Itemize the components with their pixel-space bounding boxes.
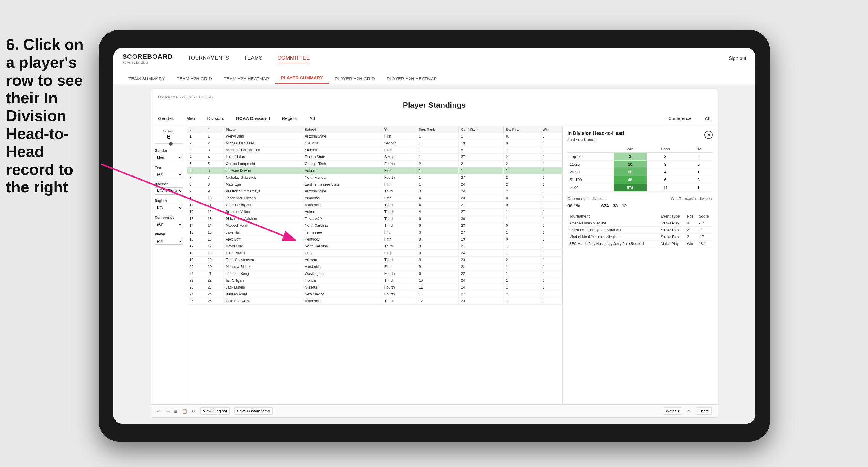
nav-tournaments[interactable]: TOURNAMENTS xyxy=(188,54,229,63)
dashboard-body: No Rds. 6 Gender Men xyxy=(151,126,718,404)
rounds-slider[interactable] xyxy=(155,143,183,145)
table-row[interactable]: 2323Jack LundinMissouriFourth112411 xyxy=(187,284,562,291)
tourney-col-name: Tournament xyxy=(567,213,659,220)
col-yr: Yr xyxy=(382,126,416,133)
share-button[interactable]: Share xyxy=(696,407,712,415)
player-table: # # Player School Yr Reg. Rank Conf. Ran… xyxy=(187,126,562,305)
wlt-row: 98.1% 674 - 33 - 12 xyxy=(567,203,713,208)
table-row[interactable]: 2020Matthew RiedelVanderbiltFifth92211 xyxy=(187,263,562,270)
h2h-table-row: 11-252095 xyxy=(567,160,713,168)
table-row[interactable]: 1111Gordon SargentVanderbiltThird42101 xyxy=(187,202,562,209)
filter-region: Region N/A xyxy=(155,199,183,211)
table-row[interactable]: 1212Brendan VallesAuburnThird42711 xyxy=(187,209,562,215)
conference-value: All xyxy=(705,116,710,121)
no-rds-value: 6 xyxy=(155,133,183,141)
gender-value: Men xyxy=(186,116,195,121)
table-row[interactable]: 2525Cole SherwoodVanderbiltThird122311 xyxy=(187,298,562,305)
table-row[interactable]: 2424Bastien AmatNew MexicoFourth12721 xyxy=(187,291,562,298)
logo-sub: Powered by clippi xyxy=(122,61,173,64)
table-row[interactable]: 1313Phichaksn MaichonTexas A&MThird63011 xyxy=(187,215,562,222)
division-filter-select[interactable]: NCAA Division I xyxy=(155,187,183,194)
table-row[interactable]: 2121Taehoon SongWashingtonFourth62211 xyxy=(187,270,562,277)
h2h-table-header: Win Loss Tie xyxy=(567,146,713,153)
refresh-icon[interactable]: ⟳ xyxy=(192,409,195,413)
table-row[interactable]: 33Michael ThorbjornsenStanfordFirst1811 xyxy=(187,147,562,154)
h2h-table: Win Loss Tie Top 1083211-25209526-502241… xyxy=(567,146,713,192)
sub-nav-player-h2h-heatmap[interactable]: PLAYER H2H HEATMAP xyxy=(381,74,443,84)
player-filter-select[interactable]: (All) xyxy=(155,238,183,245)
view-original-button[interactable]: View: Original xyxy=(200,407,229,415)
sub-nav-team-h2h-grid[interactable]: TEAM H2H GRID xyxy=(171,74,218,84)
sub-nav-team-h2h-heatmap[interactable]: TEAM H2H HEATMAP xyxy=(218,74,275,84)
player-filter-label: Player xyxy=(155,232,183,236)
sign-out-button[interactable]: Sign out xyxy=(728,56,746,61)
copy-icon[interactable]: ⊞ xyxy=(174,409,177,413)
filter-gender: Gender Men xyxy=(155,149,183,161)
year-filter-label: Year xyxy=(155,165,183,169)
conference-filter-select[interactable]: (All) xyxy=(155,221,183,228)
sub-nav-team-summary[interactable]: TEAM SUMMARY xyxy=(122,74,171,84)
h2h-title-area: In Division Head-to-Head Jackson Koivun xyxy=(567,131,624,142)
filter-row: Gender: Men Division: NCAA Division I Re… xyxy=(158,114,710,123)
year-filter-select[interactable]: (All) xyxy=(155,171,183,178)
conference-label: Conference: xyxy=(668,116,693,121)
gender-filter-select[interactable]: Men xyxy=(155,154,183,161)
tournaments-header-row: Tournament Event Type Pos Score xyxy=(567,213,713,220)
sub-nav-player-h2h-grid[interactable]: PLAYER H2H GRID xyxy=(329,74,381,84)
table-row[interactable]: 1515Jake HallTennesseeFifth62711 xyxy=(187,229,562,236)
tournament-row: Fallen Oak Collegiate InvitationalStroke… xyxy=(567,227,713,234)
table-row[interactable]: 99Preston SummerhaysArizona StateThird32… xyxy=(187,188,562,195)
table-row[interactable]: 88Mats EgeEast Tennessee StateFifth12421 xyxy=(187,181,562,188)
redo-icon[interactable]: ↪ xyxy=(165,409,169,413)
h2h-player-name: Jackson Koivun xyxy=(567,137,624,142)
h2h-panel: In Division Head-to-Head Jackson Koivun … xyxy=(562,126,718,404)
opponents-wlt-label: W-L-T record in-division: xyxy=(671,196,713,201)
table-row[interactable]: 77Nicholas GabrelickNorth FloridaFourth1… xyxy=(187,174,562,181)
undo-icon[interactable]: ↩ xyxy=(157,409,161,413)
opponents-pct: 98.1% xyxy=(567,203,580,208)
table-row[interactable]: 22Michael La SassoOle MissSecond11901 xyxy=(187,140,562,147)
table-row[interactable]: 2222Ian GilliganFloridaThird102411 xyxy=(187,277,562,284)
region-label: Region: xyxy=(282,116,298,121)
table-row[interactable]: 1919Tiger ChristensenArizonaThird82321 xyxy=(187,257,562,263)
table-row[interactable]: 11Wenyi DingArizona StateFirst118.1 xyxy=(187,133,562,140)
no-rds-label: No Rds. xyxy=(155,129,183,133)
tourney-col-type: Event Type xyxy=(659,213,685,220)
instruction-text: 6. Click on a player's row to see their … xyxy=(0,36,93,196)
main-content: Update time: 27/03/2024 16:56:26 Player … xyxy=(114,84,755,424)
filter-conference: Conference (All) xyxy=(155,215,183,228)
region-filter-select[interactable]: N/A xyxy=(155,204,183,211)
paste-icon[interactable]: 📋 xyxy=(182,409,187,413)
table-row[interactable]: 55Christo LamprechtGeorgia TechFourth221… xyxy=(187,160,562,167)
table-row[interactable]: 1616Alex GoffKentuckyFifth81901 xyxy=(187,236,562,243)
col-num: # xyxy=(205,126,223,133)
table-row[interactable]: 1717David FordNorth CarolinaThird82111 xyxy=(187,243,562,250)
table-row[interactable]: 1414Maxwell FordNorth CarolinaThird62301 xyxy=(187,222,562,229)
h2h-table-row: >100578111 xyxy=(567,184,713,192)
sub-nav-player-summary[interactable]: PLAYER SUMMARY xyxy=(275,73,329,84)
col-reg-rank: Reg. Rank xyxy=(416,126,459,133)
table-row[interactable]: 66Jackson KoivunAuburnFirst1111 xyxy=(187,167,562,174)
watch-button[interactable]: Watch ▾ xyxy=(663,407,682,415)
col-no-rds: No. Rds. xyxy=(503,126,540,133)
tablet-frame: SCOREBOARD Powered by clippi TOURNAMENTS… xyxy=(98,30,770,442)
col-school: School xyxy=(302,126,382,133)
settings-icon[interactable]: ⚙ xyxy=(687,409,691,413)
h2h-col-tie: Tie xyxy=(684,146,713,153)
region-filter-label: Region xyxy=(155,199,183,203)
save-custom-button[interactable]: Save Custom View xyxy=(234,407,273,415)
logo-text: SCOREBOARD xyxy=(122,53,173,61)
table-row[interactable]: 1010Jacob Mou OlesenArkansasFifth42301 xyxy=(187,195,562,202)
table-header-row: # # Player School Yr Reg. Rank Conf. Ran… xyxy=(187,126,562,133)
h2h-table-row: 26-502241 xyxy=(567,168,713,176)
h2h-title: In Division Head-to-Head xyxy=(567,131,624,136)
h2h-close-button[interactable]: ✕ xyxy=(705,131,713,139)
nav-committee[interactable]: COMMITTEE xyxy=(278,54,310,63)
col-player: Player xyxy=(223,126,302,133)
nav-teams[interactable]: TEAMS xyxy=(244,54,263,63)
h2h-col-loss: Loss xyxy=(647,146,684,153)
tablet-screen: SCOREBOARD Powered by clippi TOURNAMENTS… xyxy=(114,48,755,424)
table-row[interactable]: 44Luke ClatonFlorida StateSecond12721 xyxy=(187,154,562,160)
table-row[interactable]: 1818Luke PowellULAFirst82411 xyxy=(187,250,562,257)
wlt-record: 674 - 33 - 12 xyxy=(601,203,626,208)
